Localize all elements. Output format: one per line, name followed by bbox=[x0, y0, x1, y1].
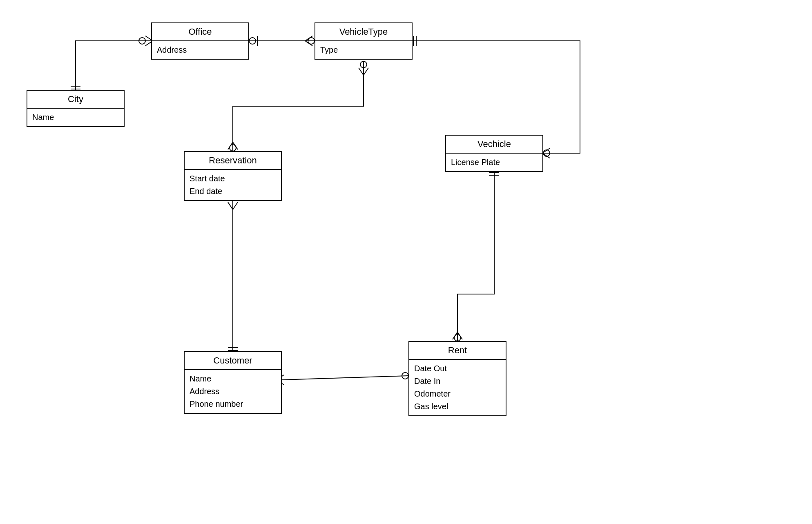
entity-customer: Customer Name Address Phone number bbox=[184, 351, 282, 414]
entity-vehicletype-title: VehicleType bbox=[315, 23, 412, 41]
entity-customer-attr-1: Address bbox=[189, 385, 277, 398]
entity-vehicle-attr-0: License Plate bbox=[450, 156, 538, 169]
entity-rent-attr-2: Odometer bbox=[413, 388, 502, 400]
entity-rent-attrs: Date Out Date In Odometer Gas level bbox=[409, 360, 506, 415]
entity-rent-attr-0: Date Out bbox=[413, 362, 502, 375]
entity-rent: Rent Date Out Date In Odometer Gas level bbox=[408, 341, 506, 416]
entity-city-attrs: Name bbox=[27, 109, 124, 126]
entity-city-attr-0: Name bbox=[31, 111, 120, 124]
entity-vehicletype-attrs: Type bbox=[315, 41, 412, 59]
entity-office-title: Office bbox=[152, 23, 248, 41]
entity-vehicle: Vechicle License Plate bbox=[445, 135, 543, 172]
entity-reservation-title: Reservation bbox=[185, 152, 281, 170]
entity-reservation: Reservation Start date End date bbox=[184, 151, 282, 201]
entity-customer-attrs: Name Address Phone number bbox=[185, 370, 281, 413]
entity-office: Office Address bbox=[151, 22, 249, 60]
entity-vehicletype-attr-0: Type bbox=[319, 44, 408, 56]
entity-reservation-attr-1: End date bbox=[189, 185, 277, 198]
entity-customer-attr-0: Name bbox=[189, 372, 277, 385]
entity-vehicle-attrs: License Plate bbox=[446, 154, 542, 171]
entity-customer-title: Customer bbox=[185, 352, 281, 370]
entity-rent-attr-1: Date In bbox=[413, 375, 502, 388]
entity-city-title: City bbox=[27, 91, 124, 109]
er-diagram: City Name Office Address VehicleType Typ… bbox=[0, 0, 812, 524]
entity-customer-attr-2: Phone number bbox=[189, 398, 277, 410]
entity-vehicle-title: Vechicle bbox=[446, 136, 542, 154]
entity-office-attr-0: Address bbox=[156, 44, 244, 56]
entity-reservation-attr-0: Start date bbox=[189, 172, 277, 185]
entity-office-attrs: Address bbox=[152, 41, 248, 59]
entity-city: City Name bbox=[27, 90, 125, 127]
entity-rent-title: Rent bbox=[409, 342, 506, 360]
entity-rent-attr-3: Gas level bbox=[413, 400, 502, 413]
entity-vehicletype: VehicleType Type bbox=[315, 22, 413, 60]
entity-reservation-attrs: Start date End date bbox=[185, 170, 281, 200]
